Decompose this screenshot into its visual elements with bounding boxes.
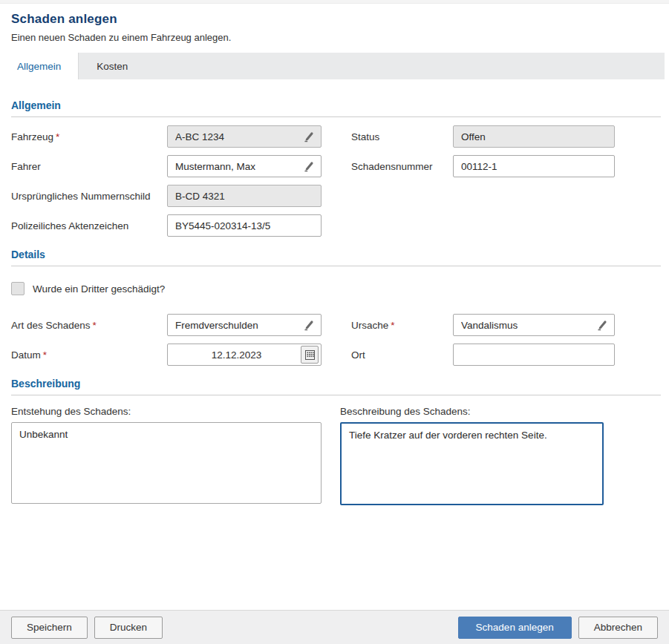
nummernschild-value: B-CD 4321 xyxy=(175,191,315,202)
tab-bar: Allgemein Kosten xyxy=(0,53,665,79)
fahrer-value: Mustermann, Max xyxy=(175,161,299,172)
ort-label: Ort xyxy=(351,349,453,361)
art-field[interactable]: Fremdverschulden xyxy=(167,314,322,336)
page-title: Schaden anlegen xyxy=(11,12,658,27)
edit-pencil-icon[interactable] xyxy=(304,320,315,331)
tab-kosten-label: Kosten xyxy=(97,61,128,72)
section-divider xyxy=(11,116,661,117)
drucken-button[interactable]: Drucken xyxy=(94,617,163,639)
ort-input[interactable] xyxy=(453,344,615,366)
entstehung-textarea[interactable]: Unbekannt xyxy=(11,422,322,504)
fahrzeug-value: A-BC 1234 xyxy=(175,131,299,142)
entstehung-label: Entstehung des Schadens: xyxy=(11,406,340,417)
ursache-field[interactable]: Vandalismus xyxy=(453,314,615,336)
page-subtitle: Einen neuen Schaden zu einem Fahrzeug an… xyxy=(11,32,658,43)
section-title-details: Details xyxy=(11,249,661,260)
required-marker: * xyxy=(43,349,47,361)
ursache-label: Ursache* xyxy=(351,320,453,331)
status-value: Offen xyxy=(461,131,608,142)
edit-pencil-icon[interactable] xyxy=(304,161,315,172)
footer-action-bar: Speichern Drucken Schaden anlegen Abbrec… xyxy=(0,610,669,644)
schaden-anlegen-dialog: Schaden anlegen Einen neuen Schaden zu e… xyxy=(0,0,669,644)
dialog-header: Schaden anlegen Einen neuen Schaden zu e… xyxy=(0,4,669,43)
edit-pencil-icon[interactable] xyxy=(597,320,608,331)
status-field: Offen xyxy=(453,125,615,148)
tab-content-allgemein: Allgemein Fahrzeug* A-BC 1234 Status Off… xyxy=(0,99,669,505)
tab-allgemein-label: Allgemein xyxy=(17,61,61,72)
third-party-checkbox-label: Wurde ein Dritter geschädigt? xyxy=(33,283,165,295)
section-title-beschreibung: Beschreibung xyxy=(11,378,661,390)
edit-pencil-icon[interactable] xyxy=(304,131,315,142)
aktenzeichen-input[interactable] xyxy=(167,214,322,237)
section-divider xyxy=(11,395,661,395)
datepicker-button[interactable] xyxy=(301,346,319,364)
fahrer-label: Fahrer xyxy=(11,161,167,172)
fahrzeug-field[interactable]: A-BC 1234 xyxy=(167,125,322,148)
abbrechen-button[interactable]: Abbrechen xyxy=(578,617,658,639)
ursache-value: Vandalismus xyxy=(461,320,593,331)
section-title-allgemein: Allgemein xyxy=(11,99,661,111)
art-value: Fremdverschulden xyxy=(175,320,299,331)
required-marker: * xyxy=(56,131,59,142)
aktenzeichen-label: Polizeiliches Aktenzeichen xyxy=(11,220,167,231)
schadensnummer-label: Schadensnummer xyxy=(351,161,453,172)
required-marker: * xyxy=(391,320,394,331)
beschreibung-label: Beschreibung des Schadens: xyxy=(340,406,605,417)
nummernschild-field: B-CD 4321 xyxy=(167,185,322,207)
datum-field[interactable]: 12.12.2023 xyxy=(167,344,322,366)
schaden-anlegen-button[interactable]: Schaden anlegen xyxy=(458,617,572,639)
status-label: Status xyxy=(351,131,453,142)
third-party-checkbox[interactable] xyxy=(11,282,25,295)
schadensnummer-input[interactable] xyxy=(453,155,615,177)
required-marker: * xyxy=(93,320,97,331)
nummernschild-label: Ursprüngliches Nummernschild xyxy=(11,191,167,202)
art-label: Art des Schadens* xyxy=(11,320,167,331)
datum-label: Datum* xyxy=(11,349,167,361)
beschreibung-textarea[interactable]: Tiefe Kratzer auf der vorderen rechten S… xyxy=(340,422,604,505)
third-party-row: Wurde ein Dritter geschädigt? xyxy=(11,282,661,295)
fahrzeug-label: Fahrzeug* xyxy=(11,131,167,142)
tab-allgemein[interactable]: Allgemein xyxy=(0,53,79,79)
section-divider xyxy=(11,266,661,266)
speichern-button[interactable]: Speichern xyxy=(11,617,88,639)
datum-value: 12.12.2023 xyxy=(175,349,298,361)
calendar-grid-icon xyxy=(305,350,315,360)
fahrer-field[interactable]: Mustermann, Max xyxy=(167,155,322,177)
tab-kosten[interactable]: Kosten xyxy=(79,53,146,79)
